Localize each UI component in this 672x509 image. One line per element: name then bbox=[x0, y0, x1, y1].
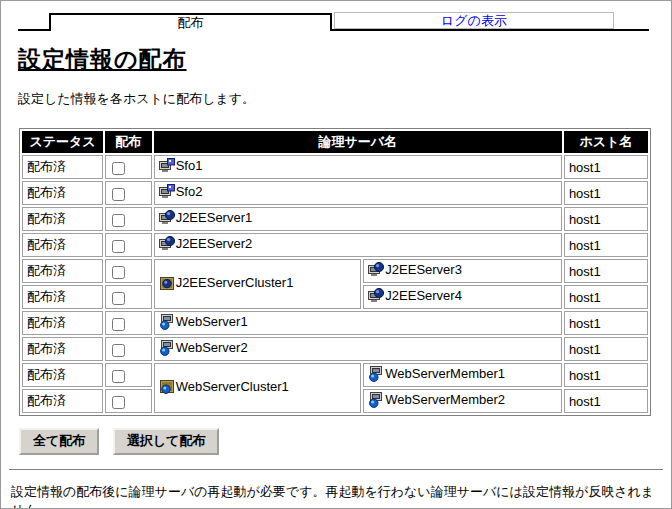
server-name: J2EEServer4 bbox=[385, 288, 462, 303]
cluster-cell: WebServerCluster1 bbox=[154, 363, 362, 413]
table-row: 配布済 WebServerCluster1 WebServerMember1 h… bbox=[22, 363, 648, 387]
web-server-icon bbox=[368, 366, 384, 382]
distribute-checkbox[interactable] bbox=[112, 396, 125, 409]
server-name: Sfo2 bbox=[176, 184, 203, 199]
table-row: 配布済 WebServer2 host1 bbox=[22, 337, 648, 361]
col-header-host: ホスト名 bbox=[564, 131, 648, 153]
server-name: J2EEServer3 bbox=[385, 262, 462, 277]
distribute-checkbox[interactable] bbox=[112, 370, 125, 383]
host-cell: host1 bbox=[564, 155, 648, 179]
server-name: WebServerMember2 bbox=[385, 392, 505, 407]
page-description: 設定した情報を各ホストに配布します。 bbox=[18, 90, 671, 108]
server-name: J2EEServer2 bbox=[176, 236, 253, 251]
host-cell: host1 bbox=[564, 337, 648, 361]
j2ee-server-icon bbox=[368, 262, 384, 278]
host-cell: host1 bbox=[564, 181, 648, 205]
distribute-checkbox[interactable] bbox=[112, 188, 125, 201]
status-cell: 配布済 bbox=[22, 337, 103, 361]
table-row: 配布済 J2EEServerCluster1 J2EEServer3 host1 bbox=[22, 259, 648, 283]
j2ee-server-icon bbox=[159, 236, 175, 252]
status-cell: 配布済 bbox=[22, 363, 103, 387]
table-row: 配布済 J2EEServer1 host1 bbox=[22, 207, 648, 231]
col-header-logical-server: 論理サーバ名 bbox=[154, 131, 562, 153]
web-server-icon bbox=[159, 314, 175, 330]
cluster-cell: J2EEServerCluster1 bbox=[154, 259, 362, 309]
status-cell: 配布済 bbox=[22, 285, 103, 309]
status-cell: 配布済 bbox=[22, 207, 103, 231]
distribute-checkbox[interactable] bbox=[112, 292, 125, 305]
distribute-checkbox[interactable] bbox=[112, 214, 125, 227]
button-row: 全て配布 選択して配布 bbox=[19, 428, 671, 455]
distribute-all-button[interactable]: 全て配布 bbox=[19, 428, 99, 455]
status-cell: 配布済 bbox=[22, 259, 103, 283]
j2ee-cluster-icon bbox=[159, 275, 175, 291]
footer-divider bbox=[9, 469, 663, 471]
tab-baseline-left bbox=[18, 29, 49, 31]
server-name: WebServerMember1 bbox=[385, 366, 505, 381]
server-name: WebServer2 bbox=[176, 340, 248, 355]
sfo-server-icon bbox=[159, 158, 175, 174]
host-cell: host1 bbox=[564, 233, 648, 257]
host-cell: host1 bbox=[564, 259, 648, 283]
host-cell: host1 bbox=[564, 389, 648, 413]
col-header-status: ステータス bbox=[22, 131, 103, 153]
distribute-checkbox[interactable] bbox=[112, 240, 125, 253]
distribute-checkbox[interactable] bbox=[112, 344, 125, 357]
footer-note: 設定情報の配布後に論理サーバの再起動が必要です。再起動を行わない論理サーバには設… bbox=[11, 483, 665, 509]
cluster-name: WebServerCluster1 bbox=[176, 379, 289, 394]
table-row: 配布済 J2EEServer2 host1 bbox=[22, 233, 648, 257]
host-cell: host1 bbox=[564, 363, 648, 387]
server-name: J2EEServer1 bbox=[176, 210, 253, 225]
distribute-checkbox[interactable] bbox=[112, 318, 125, 331]
status-cell: 配布済 bbox=[22, 311, 103, 335]
col-header-distribute: 配布 bbox=[105, 131, 152, 153]
tab-log-view[interactable]: ログの表示 bbox=[334, 12, 614, 29]
server-name: Sfo1 bbox=[176, 158, 203, 173]
table-row: 配布済 WebServer1 host1 bbox=[22, 311, 648, 335]
tab-baseline-right bbox=[332, 29, 649, 31]
tab-distribute[interactable]: 配布 bbox=[49, 13, 332, 31]
web-cluster-icon bbox=[159, 379, 175, 395]
page: 配布 ログの表示 設定情報の配布 設定した情報を各ホストに配布します。 ステータ… bbox=[0, 0, 672, 509]
cluster-name: J2EEServerCluster1 bbox=[176, 275, 294, 290]
j2ee-server-icon bbox=[159, 210, 175, 226]
distribute-checkbox[interactable] bbox=[112, 162, 125, 175]
status-cell: 配布済 bbox=[22, 181, 103, 205]
status-cell: 配布済 bbox=[22, 155, 103, 179]
table-row: 配布済 Sfo1 host1 bbox=[22, 155, 648, 179]
host-cell: host1 bbox=[564, 285, 648, 309]
status-cell: 配布済 bbox=[22, 233, 103, 257]
server-name: WebServer1 bbox=[176, 314, 248, 329]
distribute-selected-button[interactable]: 選択して配布 bbox=[113, 428, 220, 455]
web-server-icon bbox=[368, 392, 384, 408]
distribute-checkbox[interactable] bbox=[112, 266, 125, 279]
sfo-server-icon bbox=[159, 184, 175, 200]
j2ee-server-icon bbox=[368, 288, 384, 304]
host-cell: host1 bbox=[564, 311, 648, 335]
status-cell: 配布済 bbox=[22, 389, 103, 413]
host-cell: host1 bbox=[564, 207, 648, 231]
table-header-row: ステータス 配布 論理サーバ名 ホスト名 bbox=[22, 131, 648, 153]
web-server-icon bbox=[159, 340, 175, 356]
table-row: 配布済 Sfo2 host1 bbox=[22, 181, 648, 205]
tab-bar: 配布 ログの表示 bbox=[1, 1, 671, 33]
page-title: 設定情報の配布 bbox=[18, 44, 671, 75]
distribution-table: ステータス 配布 論理サーバ名 ホスト名 配布済 Sfo1 host1 配布済 … bbox=[19, 128, 651, 416]
